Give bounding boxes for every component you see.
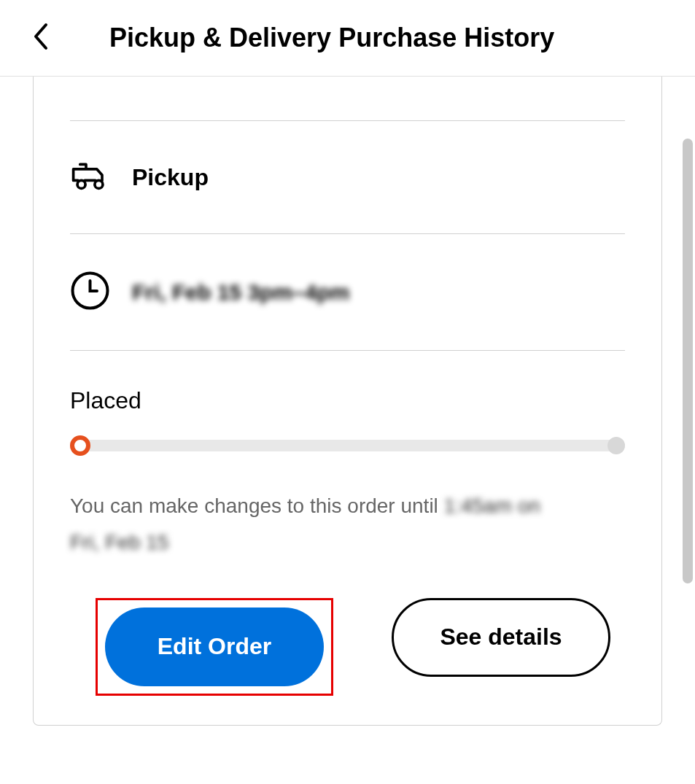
status-label: Placed — [70, 387, 625, 414]
clock-icon — [70, 271, 110, 314]
info-redacted: Fri, Feb 15 — [70, 531, 168, 554]
see-details-button[interactable]: See details — [392, 598, 610, 677]
edit-order-button[interactable]: Edit Order — [105, 608, 324, 686]
svg-point-1 — [95, 180, 103, 188]
status-section: Placed You can make changes to this orde… — [70, 351, 625, 696]
edit-order-highlight: Edit Order — [96, 598, 333, 696]
order-info-text: You can make changes to this order until… — [70, 488, 625, 562]
pickup-truck-icon — [70, 158, 110, 197]
svg-point-0 — [77, 180, 85, 188]
order-card: Pickup Fri, Feb 15 3pm–4pm Placed You ca… — [33, 77, 662, 726]
order-progress-bar — [70, 440, 625, 451]
header: Pickup & Delivery Purchase History — [0, 0, 695, 77]
time-row: Fri, Feb 15 3pm–4pm — [70, 234, 625, 350]
info-prefix: You can make changes to this order until — [70, 494, 444, 517]
pickup-row: Pickup — [70, 121, 625, 233]
pickup-label: Pickup — [132, 164, 209, 191]
back-icon[interactable] — [29, 22, 51, 54]
info-redacted: 1:45am on — [444, 494, 540, 517]
progress-start-marker — [70, 435, 90, 456]
button-row: Edit Order See details — [70, 598, 625, 696]
page-title: Pickup & Delivery Purchase History — [109, 23, 554, 53]
scrollbar[interactable] — [683, 139, 693, 583]
pickup-time: Fri, Feb 15 3pm–4pm — [132, 280, 349, 305]
progress-end-marker — [607, 437, 625, 454]
